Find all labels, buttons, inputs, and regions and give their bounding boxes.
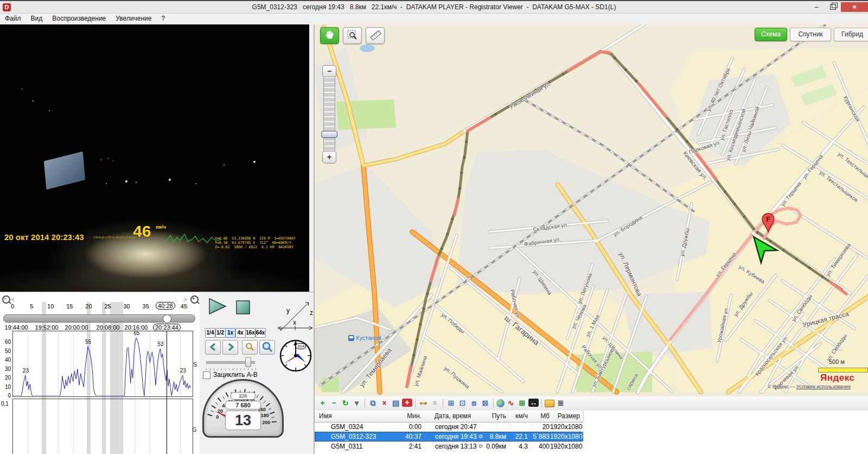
map-pan-tool-button[interactable] — [320, 27, 339, 44]
svg-text:200: 200 — [262, 420, 270, 425]
video-firmware-overlay: СЕНЦ0.UТF.А-191С6.Р-И03 — [93, 236, 135, 239]
video-speed-overlay: 46 — [133, 222, 151, 241]
toolbar-delete-button[interactable]: × — [379, 398, 390, 408]
svg-text:180: 180 — [261, 413, 269, 418]
toolbar-map-add-button[interactable]: ⊞ — [517, 398, 527, 408]
axis-z-label: z — [310, 309, 313, 317]
column-header-Имя[interactable]: Имя — [315, 411, 404, 423]
car-hood-silhouette — [0, 24, 309, 292]
video-viewport[interactable]: 20 окт 2014 20:23:43 СЕНЦ0.UТF.А-191С6.Р… — [0, 24, 309, 292]
timeline-zoom-in-icon[interactable]: + — [190, 295, 199, 304]
graph-zoom-out-button[interactable] — [242, 340, 258, 355]
toolbar-google-earth-button[interactable] — [496, 399, 505, 407]
toolbar-save-button[interactable]: ▤ — [391, 398, 401, 408]
toolbar-select-button[interactable]: ⊡ — [457, 398, 468, 408]
axis-x-label: x — [293, 319, 296, 326]
yandex-logo[interactable]: Яндекс — [820, 373, 854, 383]
speed-axis-tick: 10 — [0, 384, 11, 390]
toolbar-select-add-button[interactable]: ⊞ — [446, 398, 456, 408]
toolbar-chart-button[interactable]: ∿ — [506, 398, 516, 408]
map-type-Гибрид[interactable]: Гибрид — [834, 28, 868, 41]
timeline-scroll-right[interactable]: > — [183, 296, 187, 304]
speed-option-4x[interactable]: 4x — [235, 328, 246, 338]
peak-value-label: 23 — [180, 368, 186, 374]
toolbar-layers-button[interactable]: ⧈ — [469, 398, 479, 408]
table-row-G5M_0311[interactable]: 1920x1080 — [550, 442, 584, 451]
toolbar-refresh-button[interactable]: ↻ — [340, 398, 350, 408]
graph-zoom-in-button[interactable] — [259, 340, 275, 355]
table-row-G5M_0311[interactable]: 2:41 — [399, 442, 425, 451]
toolbar-separator — [541, 399, 542, 407]
table-row-G5M_0312-323[interactable]: 8.8км — [484, 432, 510, 442]
peak-value-label: 53 — [157, 341, 163, 347]
timeline-scale-tick: 5 — [24, 303, 39, 310]
map-type-Схема[interactable]: Схема — [755, 28, 787, 41]
map-zoom-slider-thumb[interactable] — [321, 131, 337, 138]
minimize-button[interactable]: – — [809, 2, 824, 12]
speedometer: 020406080100120140160180200 226 7 680 13 — [202, 379, 284, 439]
menu-item-Файл[interactable]: Файл — [0, 14, 26, 23]
column-header-Мин.[interactable]: Мин. — [399, 411, 425, 423]
speed-axis-tick: 40 — [0, 357, 11, 363]
column-header-Путь[interactable]: Путь — [484, 411, 510, 423]
next-file-button[interactable] — [222, 340, 238, 355]
table-row-G5M_0324[interactable]: 1920x1080 — [550, 422, 584, 432]
map-type-Спутник[interactable]: Спутник — [790, 28, 831, 41]
speed-option-16x[interactable]: 16x — [245, 328, 256, 338]
gps-track-icon: ⚙ — [478, 432, 483, 442]
map-ruler-tool-button[interactable] — [366, 27, 385, 44]
volume-slider-thumb[interactable] — [245, 357, 251, 367]
attribution-terms-link[interactable]: Условия использования — [796, 384, 851, 389]
timeline-slider-thumb[interactable] — [163, 314, 171, 323]
table-row-G5M_0312-323[interactable]: 40:37 — [399, 432, 425, 442]
map-zoom-in-button[interactable]: + — [322, 151, 336, 163]
playback-controls-panel: y z x Зациклить А-В — [200, 292, 314, 454]
map-zoom-out-button[interactable]: − — [322, 65, 336, 78]
timeline-scroll-left[interactable]: < — [11, 296, 15, 304]
gsensor-axis-tick: 0,1 — [1, 401, 14, 407]
close-button[interactable]: × — [841, 2, 868, 12]
speed-option-1x[interactable]: 1x — [225, 328, 235, 338]
toolbar-add-file-button[interactable]: + — [317, 398, 328, 408]
restore-button[interactable] — [826, 2, 840, 12]
speed-option-1/2[interactable]: 1/2 — [215, 328, 226, 338]
map-panel[interactable]: F Узкоколейная ул.Киевская ул.ул. 40 лет… — [314, 24, 868, 396]
toolbar-folder-button[interactable] — [545, 400, 554, 407]
toolbar-cut-disabled-button[interactable]: × — [430, 398, 440, 408]
toolbar-archive-button[interactable]: + — [402, 399, 412, 407]
menu-item-Вид[interactable]: Вид — [26, 14, 48, 23]
loop-ab-checkbox[interactable] — [203, 371, 210, 379]
toolbar-video-export-button[interactable]: ↔ — [528, 399, 539, 407]
volume-slider-ticks — [206, 368, 256, 370]
stop-button[interactable] — [235, 300, 252, 316]
toolbar-key-button[interactable]: ⊶ — [418, 398, 429, 408]
map-zoom-select-tool-button[interactable] — [343, 27, 362, 44]
gps-track-icon: ⚙ — [478, 442, 483, 451]
table-row-G5M_0324[interactable]: 0:00 — [399, 422, 425, 432]
menu-item-?[interactable]: ? — [156, 14, 170, 23]
table-row-G5M_0311[interactable]: 0.09км — [484, 442, 510, 451]
table-row-G5M_0324[interactable] — [484, 422, 510, 432]
toolbar-report-button[interactable]: ≣ — [556, 398, 566, 408]
table-row-G5M_0312-323[interactable]: 1920x1080 — [550, 432, 584, 442]
toolbar-layers-2-button[interactable]: ⊠ — [480, 398, 490, 408]
timeline-time-label: 20:08:00 — [92, 324, 124, 331]
toolbar-copy-button[interactable]: ⧉ — [368, 398, 378, 408]
timeline-scale-tick: 35 — [139, 303, 153, 310]
peak-value-label: 23 — [23, 368, 29, 374]
speed-graph — [12, 331, 192, 396]
speed-option-1/4[interactable]: 1/4 — [205, 328, 215, 338]
menu-bar: ФайлВидВоспроизведениеУвеличение? — [0, 14, 868, 24]
column-header-Размер[interactable]: Размер — [550, 411, 584, 423]
file-table[interactable]: ИмяМин.Дата, времяПутькм/чМбРазмерG5M_03… — [315, 411, 868, 454]
toolbar-remove-file-button[interactable]: − — [329, 398, 339, 408]
timeline-zoom-out-icon[interactable]: − — [2, 295, 10, 304]
prev-file-button[interactable] — [205, 340, 221, 355]
menu-item-Увеличение[interactable]: Увеличение — [111, 14, 156, 23]
column-header-Дата, время[interactable]: Дата, время — [422, 411, 487, 423]
speed-option-64x[interactable]: 64x — [256, 328, 266, 338]
map-zoom-slider[interactable] — [323, 77, 335, 152]
menu-item-Воспроизведение[interactable]: Воспроизведение — [47, 14, 111, 23]
play-button[interactable] — [207, 298, 229, 316]
toolbar-more-button[interactable]: ▾ — [352, 398, 362, 408]
